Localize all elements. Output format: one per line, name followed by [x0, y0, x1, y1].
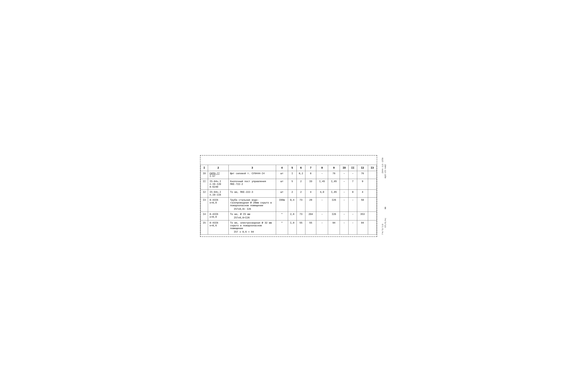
- row-i5-col7: 55: [305, 220, 316, 235]
- header-col10: IO: [340, 165, 349, 171]
- row-i2-col9: I,85: [328, 190, 340, 197]
- row-i5-col3-formula: I57 x 0,6 = 94: [234, 230, 275, 233]
- row-io-col5: I: [288, 171, 296, 179]
- row-i3-col3-text: Труба стальная водо-газопроводная Ø 20мм…: [230, 199, 272, 207]
- row-io-col8: –: [316, 171, 328, 179]
- row-i2-col7: 4: [305, 190, 316, 197]
- row-io-col11: –: [349, 171, 357, 179]
- row-i3-col12: 50: [357, 197, 368, 212]
- row-i2-col6: 2: [296, 190, 305, 197]
- row-i4-col12: 353: [357, 212, 368, 220]
- row-i4-col10: –: [340, 212, 349, 220]
- row-ii-col2: I5-04ч.I п.I8-I20 8-6240: [208, 179, 228, 190]
- row-i5-col10: –: [340, 220, 349, 235]
- row-ii-col1: II: [200, 179, 208, 190]
- row-i3-col9: I26: [328, 197, 340, 212]
- header-col8: 8: [316, 165, 328, 171]
- outer-border: I 2 3 4 5 6 7 8 9 IO II I2 I3: [200, 155, 377, 237]
- row-i4-col9: I26: [328, 212, 340, 220]
- row-i4-col6: 73: [296, 212, 305, 220]
- row-i4-col2: 8-43I6 к=0,8: [208, 212, 228, 220]
- right-label-bottom: 74/3/13: [382, 224, 384, 235]
- row-i2-col10: –: [340, 190, 349, 197]
- header-col12: I2: [357, 165, 368, 171]
- row-i5-col6: 55: [296, 220, 305, 235]
- row-io-col2-text2: I-57: [210, 175, 215, 178]
- row-i5-col2-text2: к=0,6: [210, 224, 217, 227]
- row-i5-col12: 94: [357, 220, 368, 235]
- row-i3-col2: 8-43I6 к=0,8: [208, 197, 228, 212]
- row-i3-col8: –: [316, 197, 328, 212]
- row-i3-col6: 73: [296, 197, 305, 212]
- row-ii-col9: I,85: [328, 179, 340, 190]
- row-i5-col2-text1: 8-43I6: [210, 222, 218, 224]
- main-table: I 2 3 4 5 6 7 8 9 IO II I2 I3: [200, 165, 377, 235]
- row-i2-col2: I5-04ч.I п.I8-II6: [208, 190, 228, 197]
- row-io-col6: 8,2: [296, 171, 305, 179]
- row-i3-col11: –: [349, 197, 357, 212]
- row-io-col1: IO: [200, 171, 208, 179]
- row-i3-col3: Труба стальная водо-газопроводная Ø 20мм…: [228, 197, 276, 212]
- row-i4-col3-text: То же, Ø I5 мм: [230, 213, 250, 216]
- row-ii-col3: Кнопочный пост управления ПКЕ-722-2: [228, 179, 276, 190]
- row-i2-col8: 4,0: [316, 190, 328, 197]
- row-io-col10: –: [340, 171, 349, 179]
- row-i4-col3: То же, Ø I5 мм I57x0,8=I26: [228, 212, 276, 220]
- right-label-top: Z8Ч-12-1б9: [382, 157, 384, 173]
- row-i2-col13: [368, 190, 377, 197]
- header-col4: 4: [276, 165, 288, 171]
- row-i5-col13: [368, 220, 377, 235]
- right-side-label-top: Z8Ч-12-1б9: [384, 164, 386, 178]
- row-ii-col4: шт: [276, 179, 288, 190]
- top-spacer: [200, 157, 377, 165]
- right-side-label-bottom: 74/3/13: [384, 218, 386, 228]
- header-row: I 2 3 4 5 6 7 8 9 IO II I2 I3: [200, 165, 377, 171]
- row-i4-col7: 204: [305, 212, 316, 220]
- row-io-col13: [368, 171, 377, 179]
- row-ii-col12: 9: [357, 179, 368, 190]
- header-col3: 3: [228, 165, 276, 171]
- row-i2-col5: 2: [288, 190, 296, 197]
- row-i4-col4: ″: [276, 212, 288, 220]
- page-container: I 2 3 4 5 6 7 8 9 IO II I2 I3: [200, 155, 377, 237]
- row-i2-col1: I2: [200, 190, 208, 197]
- row-ii-col7: IO: [305, 179, 316, 190]
- row-ii-col2-text3: 8-6240: [210, 186, 218, 188]
- row-i5-col9: 94: [328, 220, 340, 235]
- row-i4-col11: –: [349, 212, 357, 220]
- row-i5-col11: –: [349, 220, 357, 235]
- row-i4-col3-formula: I57x0,8=I26: [234, 216, 275, 219]
- row-i2-col4: шт: [276, 190, 288, 197]
- row-i5-col2: 8-43I6 к=0,6: [208, 220, 228, 235]
- row-io-col2-text: СКПЭ-77: [210, 172, 220, 175]
- row-io-col7: 8: [305, 171, 316, 179]
- row-ii-col2-text2: п.I8-I20: [210, 183, 221, 186]
- row-i4-col8: –: [316, 212, 328, 220]
- row-i4-col2-text1: 8-43I6: [210, 213, 218, 216]
- row-ii-col8: I,45: [316, 179, 328, 190]
- row-i3-col1: I3: [200, 197, 208, 212]
- row-ii-col10: –: [340, 179, 349, 190]
- row-ii-col2-text1: I5-04ч.I: [210, 180, 221, 183]
- row-i4-col1: I4: [200, 212, 208, 220]
- row-i3-col13: [368, 197, 377, 212]
- header-col5: 5: [288, 165, 296, 171]
- header-col13: I3: [368, 165, 377, 171]
- row-io-col9: 76: [328, 171, 340, 179]
- row-i5-col5: I,0: [288, 220, 296, 235]
- header-col2: 2: [208, 165, 228, 171]
- row-i3-col3-formula: I57x0,8= I26: [234, 208, 275, 210]
- row-ii-col5: 5: [288, 179, 296, 190]
- row-i5-col8: –: [316, 220, 328, 235]
- row-i2-col2-text2: п.I8-II6: [210, 194, 221, 196]
- row-i4-col5: 2,8: [288, 212, 296, 220]
- row-i2-col2-text1: I5-04ч.I: [210, 191, 221, 194]
- row-i2-col11: 8: [349, 190, 357, 197]
- row-i2-col12: 4: [357, 190, 368, 197]
- table-row: I2 I5-04ч.I п.I8-II6 То же, ПКЕ-222-3 шт…: [200, 190, 377, 197]
- table-row: II I5-04ч.I п.I8-I20 8-6240 Кнопочный по…: [200, 179, 377, 190]
- row-i3-col4: I00м: [276, 197, 288, 212]
- row-i3-col10: –: [340, 197, 349, 212]
- header-col9: 9: [328, 165, 340, 171]
- row-ii-col13: [368, 179, 377, 190]
